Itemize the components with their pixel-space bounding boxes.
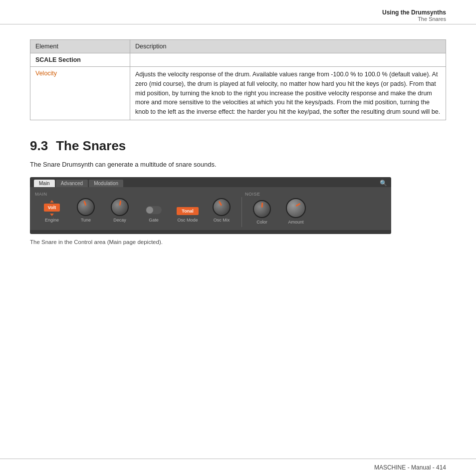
- engine-selector[interactable]: Volt: [44, 204, 60, 212]
- osc-mix-control: Osc Mix: [205, 198, 238, 223]
- color-control: Color: [245, 200, 279, 225]
- section-desc: [130, 53, 446, 67]
- osc-mode-button[interactable]: Tonal: [177, 207, 198, 215]
- noise-controls-group: NOISE Color Amount: [245, 190, 313, 225]
- main-controls-group: MAIN Volt Engine Tune: [35, 190, 238, 223]
- gate-control: Gate: [137, 206, 171, 223]
- osc-mix-label: Osc Mix: [214, 218, 230, 223]
- header-title: Using the Drumsynths: [30, 9, 446, 16]
- tune-knob[interactable]: [77, 198, 95, 216]
- header-subtitle: The Snares: [30, 16, 446, 22]
- reference-table: Element Description SCALE Section Veloci…: [30, 39, 446, 120]
- color-knob[interactable]: [253, 200, 271, 218]
- decay-label: Decay: [113, 218, 126, 223]
- main-section-label: MAIN: [35, 190, 238, 198]
- engine-arrow-down[interactable]: [50, 214, 54, 216]
- table-row: Velocity Adjusts the velocity response o…: [30, 67, 446, 120]
- search-icon[interactable]: 🔍: [380, 180, 387, 187]
- intro-text: The Snare Drumsynth can generate a multi…: [30, 161, 446, 168]
- noise-section-label: NOISE: [245, 190, 313, 198]
- engine-label: Engine: [45, 218, 59, 223]
- page-footer: MASCHINE - Manual - 414: [0, 459, 476, 476]
- noise-controls-row: Color Amount: [245, 198, 313, 225]
- section-divider: [241, 197, 242, 227]
- decay-knob[interactable]: [111, 198, 129, 216]
- section-number: 9.3: [30, 138, 48, 153]
- tune-control: Tune: [69, 198, 103, 223]
- page-header: Using the Drumsynths The Snares: [0, 0, 476, 24]
- amount-knob[interactable]: [286, 198, 306, 218]
- tune-label: Tune: [81, 218, 91, 223]
- element-name: Velocity: [30, 67, 130, 120]
- section-heading: 9.3The Snares: [30, 138, 446, 154]
- gate-toggle-dot: [146, 207, 153, 214]
- synth-panel: Main Advanced Modulation 🔍 MAIN Volt Eng…: [30, 177, 391, 234]
- engine-control: Volt Engine: [35, 200, 69, 223]
- main-controls-row: Volt Engine Tune: [35, 198, 238, 223]
- decay-control: Decay: [103, 198, 137, 223]
- gate-toggle[interactable]: [146, 206, 162, 214]
- color-label: Color: [256, 220, 267, 225]
- table-section-row: SCALE Section: [30, 53, 446, 67]
- element-description: Adjusts the velocity response of the dru…: [130, 67, 446, 120]
- engine-arrow-up[interactable]: [50, 200, 54, 203]
- amount-label: Amount: [288, 220, 303, 225]
- synth-tabs-bar: Main Advanced Modulation 🔍: [30, 177, 391, 187]
- page-content: Element Description SCALE Section Veloci…: [0, 24, 476, 265]
- section-title: The Snares: [56, 138, 126, 153]
- amount-control: Amount: [279, 198, 313, 225]
- section-label: SCALE Section: [30, 53, 130, 67]
- osc-mix-knob[interactable]: [213, 198, 231, 216]
- tab-advanced[interactable]: Advanced: [56, 180, 88, 187]
- osc-mode-control: Tonal Osc Mode: [171, 207, 205, 223]
- col-description: Description: [130, 40, 446, 53]
- osc-mode-label: Osc Mode: [177, 218, 198, 223]
- gate-label: Gate: [149, 218, 159, 223]
- tab-modulation[interactable]: Modulation: [89, 180, 123, 187]
- footer-text: MASCHINE - Manual - 414: [374, 464, 446, 471]
- tab-main[interactable]: Main: [34, 180, 55, 187]
- synth-caption: The Snare in the Control area (Main page…: [30, 239, 446, 245]
- col-element: Element: [30, 40, 130, 53]
- synth-body: MAIN Volt Engine Tune: [30, 187, 391, 230]
